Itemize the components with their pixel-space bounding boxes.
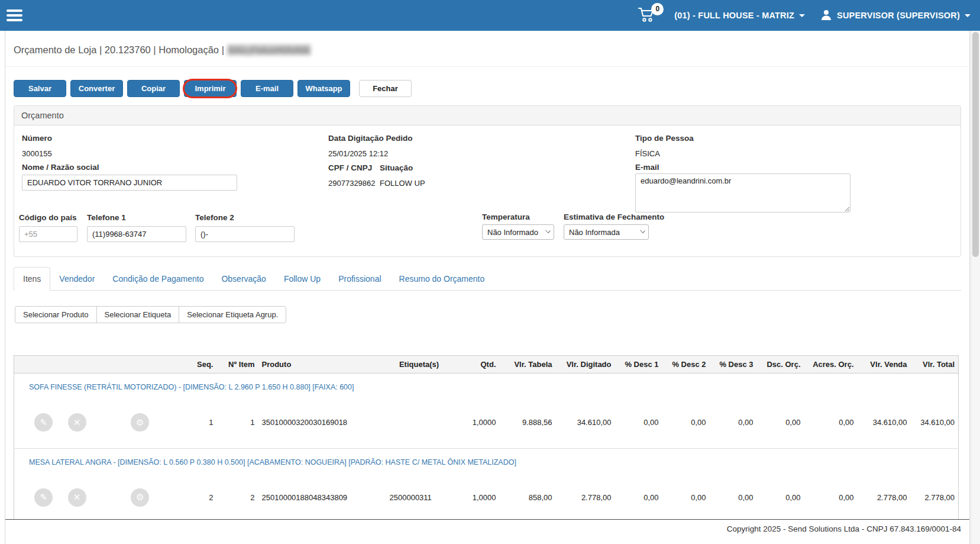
store-selector-label: (01) - FULL HOUSE - MATRIZ — [674, 11, 794, 20]
tab-resumo-orcamento[interactable]: Resumo do Orçamento — [390, 268, 494, 290]
table-header-row: Seq. Nº Item Produto Etiqueta(s) Qtd. Vl… — [14, 356, 959, 374]
user-icon — [820, 9, 832, 22]
tab-itens[interactable]: Itens — [14, 267, 50, 291]
chevron-down-icon — [799, 14, 805, 17]
cell-desc3: 0,00 — [710, 472, 757, 520]
hamburger-menu-icon[interactable] — [7, 7, 22, 24]
gear-icon[interactable]: ⚙ — [131, 413, 149, 432]
selecionar-etiqueta-agrup-button[interactable]: Selecionar Etiqueta Agrup. — [179, 306, 286, 323]
codigo-pais-input[interactable] — [19, 226, 77, 242]
col-vlr-digitado: Vlr. Digitado — [556, 356, 615, 374]
tab-profissional[interactable]: Profissional — [329, 268, 390, 290]
cell-vlr-venda: 2.778,00 — [858, 472, 911, 520]
selecionar-etiqueta-button[interactable]: Selecionar Etiqueta — [96, 306, 180, 323]
cart-icon — [638, 16, 655, 25]
salvar-button[interactable]: Salvar — [14, 80, 66, 97]
tab-observacao[interactable]: Observação — [212, 268, 274, 290]
col-desc1: % Desc 1 — [615, 356, 662, 374]
delete-icon[interactable]: ✕ — [68, 413, 86, 432]
nome-input[interactable] — [22, 175, 237, 191]
temperatura-select[interactable]: Não Informado — [482, 224, 554, 240]
selecionar-produto-button[interactable]: Selecionar Produto — [15, 306, 97, 323]
copiar-button[interactable]: Copiar — [127, 80, 180, 97]
top-navbar: 0 (01) - FULL HOUSE - MATRIZ SUPERVISOR … — [0, 0, 980, 31]
cell-acres-orc: 0,00 — [804, 472, 858, 520]
cell-produto: 35010000320030169018 — [258, 397, 386, 448]
cell-etiqueta: 2500000311 — [386, 472, 452, 520]
cart-button[interactable]: 0 — [638, 7, 659, 25]
codigo-pais-label: Código do país — [19, 213, 77, 222]
telefone2-input[interactable] — [195, 226, 295, 242]
product-title[interactable]: MESA LATERAL ANGRA - [DIMENSÃO: L 0.560 … — [14, 448, 959, 472]
page-frame: Orçamento de Loja | 20.123760 | Homologa… — [5, 31, 970, 544]
cell-item: 2 — [217, 472, 258, 520]
cell-desc1: 0,00 — [615, 397, 662, 448]
email-button[interactable]: E-mail — [241, 80, 293, 97]
situacao-label: Situação — [380, 163, 413, 172]
breadcrumb: Orçamento de Loja | 20.123760 | Homologa… — [5, 31, 969, 67]
estimativa-select[interactable]: Não Informada — [564, 224, 649, 240]
gear-icon[interactable]: ⚙ — [131, 488, 149, 507]
estimativa-label: Estimativa de Fechamento — [564, 213, 664, 221]
cell-desc1: 0,00 — [615, 472, 662, 520]
chevron-down-icon — [965, 14, 971, 17]
whatsapp-button[interactable]: Whatsapp — [297, 80, 350, 97]
cell-vlr-venda: 34.610,00 — [858, 397, 911, 448]
cell-dsc-orc: 0,00 — [757, 397, 804, 448]
tab-condicao-pagamento[interactable]: Condição de Pagamento — [104, 268, 212, 290]
cell-produto: 25010000188048343809 — [258, 472, 386, 520]
tab-vendedor[interactable]: Vendedor — [50, 268, 104, 290]
delete-icon[interactable]: ✕ — [68, 488, 86, 507]
col-produto: Produto — [258, 356, 386, 374]
data-digitacao-value: 25/01/2025 12:12 — [328, 149, 388, 158]
user-menu[interactable]: SUPERVISOR (SUPERVISOR) — [820, 9, 971, 22]
tab-follow-up[interactable]: Follow Up — [275, 268, 329, 290]
cell-vlr-tabela: 858,00 — [500, 472, 556, 520]
toolbar: Salvar Converter Copiar Imprimir E-mail … — [14, 80, 961, 97]
col-vlr-venda: Vlr. Venda — [858, 356, 911, 374]
cell-etiqueta — [386, 397, 452, 448]
product-title[interactable]: SOFA FINESSE (RETRÁTIL MOTORIZADO) - [DI… — [14, 374, 959, 398]
situacao-value: FOLLOW UP — [380, 179, 425, 188]
item-title-row: SOFA FINESSE (RETRÁTIL MOTORIZADO) - [DI… — [14, 374, 959, 398]
telefone2-label: Telefone 2 — [195, 213, 234, 222]
converter-button[interactable]: Converter — [70, 80, 123, 97]
imprimir-button[interactable]: Imprimir — [184, 80, 237, 97]
email-textarea[interactable]: eduardo@leandrini.com.br — [635, 173, 850, 213]
vertical-scrollbar[interactable] — [971, 31, 980, 544]
cell-qtd: 1,0000 — [452, 397, 500, 448]
cart-count-badge: 0 — [651, 3, 664, 15]
item-title-row: MESA LATERAL ANGRA - [DIMENSÃO: L 0.560 … — [14, 448, 959, 472]
redacted-text: SIG_FULLHOUSE — [227, 44, 312, 56]
store-selector[interactable]: (01) - FULL HOUSE - MATRIZ — [674, 11, 805, 20]
tab-bar: Itens Vendedor Condição de Pagamento Obs… — [14, 265, 961, 291]
cell-vlr-tabela: 9.888,56 — [500, 397, 556, 448]
edit-icon[interactable]: ✎ — [34, 488, 53, 507]
edit-icon[interactable]: ✎ — [34, 413, 53, 432]
scrollbar-thumb[interactable] — [972, 32, 979, 257]
telefone1-label: Telefone 1 — [87, 213, 126, 222]
table-row: ✎ ✕ ⚙ 1 1 35010000320030169018 1,0000 9.… — [14, 397, 959, 448]
col-vlr-tabela: Vlr. Tabela — [500, 356, 556, 374]
cell-vlr-total: 2.778,00 — [911, 472, 959, 520]
cell-desc2: 0,00 — [662, 397, 710, 448]
col-actions — [14, 356, 167, 374]
col-acres-orc: Acres. Orç. — [804, 356, 858, 374]
temperatura-label: Temperatura — [482, 213, 530, 221]
col-etiqueta: Etiqueta(s) — [386, 356, 452, 374]
cpf-label: CPF / CNPJ — [328, 163, 372, 172]
cpf-value: 29077329862 — [328, 179, 376, 188]
col-qtd: Qtd. — [452, 356, 500, 374]
cell-vlr-digitado: 34.610,00 — [556, 397, 615, 448]
data-digitacao-label: Data Digitação Pedido — [328, 134, 413, 143]
cell-desc2: 0,00 — [662, 472, 710, 520]
orcamento-panel-title: Orçamento — [14, 106, 960, 125]
cell-seq: 2 — [167, 472, 217, 520]
items-table: Seq. Nº Item Produto Etiqueta(s) Qtd. Vl… — [14, 355, 959, 519]
numero-value: 3000155 — [22, 149, 52, 158]
table-row: ✎ ✕ ⚙ 2 2 25010000188048343809 250000031… — [14, 472, 959, 520]
fechar-button[interactable]: Fechar — [359, 80, 412, 97]
cell-seq: 1 — [167, 397, 217, 448]
selector-button-group: Selecionar Produto Selecionar Etiqueta S… — [15, 306, 961, 323]
telefone1-input[interactable] — [87, 226, 186, 242]
